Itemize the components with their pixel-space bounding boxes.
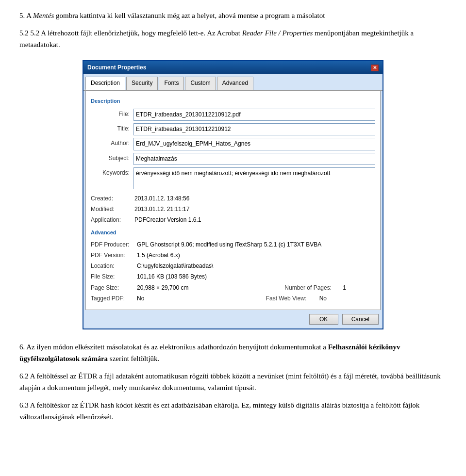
author-label: Author: bbox=[91, 138, 130, 148]
producer-key: PDF Producer: bbox=[91, 240, 137, 249]
created-val: 2013.01.12. 13:48:56 bbox=[134, 194, 189, 203]
description-section-label: Description bbox=[91, 97, 375, 106]
dialog-body: Description File: ETDR_iratbeadas_201301… bbox=[85, 91, 381, 310]
field-row-keywords: Keywords: érvényességi idő nem meghatáro… bbox=[91, 167, 375, 189]
p52-text: 5.2 A létrehozott fájlt ellenőrizhetjük,… bbox=[29, 29, 242, 37]
location-val: C:\ugyfelszolgalat\iratbeadas\ bbox=[137, 262, 213, 271]
paragraph-63: 6.3 A feltöltéskor az ÉTDR hash kódot ké… bbox=[19, 399, 447, 423]
tagged-key: Tagged PDF: bbox=[91, 294, 137, 303]
meta-application: Application: PDFCreator Version 1.6.1 bbox=[91, 215, 375, 225]
fastwebview-val: No bbox=[319, 294, 327, 303]
adv-pagesize: Page Size: 20,988 × 29,700 cm bbox=[91, 283, 188, 293]
field-row-file: File: ETDR_iratbeadas_20130112210912.pdf bbox=[91, 109, 375, 121]
p52-number: 5.2 bbox=[19, 29, 29, 37]
keywords-label: Keywords: bbox=[91, 167, 130, 178]
filesize-key: File Size: bbox=[91, 272, 137, 281]
meta-table: Created: 2013.01.12. 13:48:56 Modified: … bbox=[91, 194, 375, 225]
keywords-value[interactable]: érvényességi idő nem meghatározott; érvé… bbox=[133, 167, 375, 189]
filesize-val: 101,16 KB (103 586 Bytes) bbox=[137, 272, 207, 281]
field-row-title: Title: ETDR_iratbeadas_20130112210912 bbox=[91, 123, 375, 135]
close-button[interactable]: ✕ bbox=[371, 65, 379, 71]
created-key: Created: bbox=[91, 194, 134, 203]
tab-custom[interactable]: Custom bbox=[185, 77, 216, 90]
adv-filesize: File Size: 101,16 KB (103 586 Bytes) bbox=[91, 272, 375, 281]
p63-text: A feltöltéskor az ÉTDR hash kódot készít… bbox=[19, 401, 419, 421]
paragraph-5: 5. A Mentés gombra kattintva ki kell vál… bbox=[19, 10, 447, 21]
adv-producer: PDF Producer: GPL Ghostscript 9.06; modi… bbox=[91, 240, 375, 249]
p5-rest: gombra kattintva ki kell választanunk mé… bbox=[54, 12, 325, 19]
file-label: File: bbox=[91, 109, 130, 119]
meta-created: Created: 2013.01.12. 13:48:56 bbox=[91, 194, 375, 203]
advanced-section-label: Advanced bbox=[91, 229, 375, 237]
version-key: PDF Version: bbox=[91, 251, 137, 260]
paragraph-52: 5.2 5.2 A létrehozott fájlt ellenőrizhet… bbox=[19, 27, 447, 50]
p63-number: 6.3 bbox=[19, 401, 30, 409]
dialog-wrapper: Document Properties ✕ Description Securi… bbox=[19, 60, 447, 329]
version-val: 1.5 (Acrobat 6.x) bbox=[137, 251, 180, 260]
modified-val: 2013.01.12. 21:11:17 bbox=[134, 205, 189, 214]
p6-rest: szerint feltöltjük. bbox=[108, 355, 159, 362]
adv-numpages: Number of Pages: 1 bbox=[284, 283, 346, 293]
dialog-tabs: Description Security Fonts Custom Advanc… bbox=[83, 74, 383, 91]
tab-fonts[interactable]: Fonts bbox=[159, 77, 184, 90]
tab-security[interactable]: Security bbox=[126, 77, 158, 90]
modified-key: Modified: bbox=[91, 205, 134, 214]
dialog-footer: OK Cancel bbox=[83, 312, 383, 328]
adv-version: PDF Version: 1.5 (Acrobat 6.x) bbox=[91, 251, 375, 260]
adv-location: Location: C:\ugyfelszolgalat\iratbeadas\ bbox=[91, 262, 375, 271]
pagesize-val: 20,988 × 29,700 cm bbox=[137, 283, 188, 293]
title-label: Title: bbox=[91, 123, 130, 133]
p62-text: A feltöltéssel az ÉTDR a fájl adataként … bbox=[19, 372, 441, 392]
ok-button[interactable]: OK bbox=[309, 314, 338, 325]
adv-pagesize-row: Page Size: 20,988 × 29,700 cm Number of … bbox=[91, 283, 375, 294]
paragraph-6: 6. Az ilyen módon elkészített másolatoka… bbox=[19, 341, 447, 364]
tab-advanced[interactable]: Advanced bbox=[217, 77, 253, 90]
field-row-subject: Subject: Meghatalmazás bbox=[91, 153, 375, 165]
numpages-key: Number of Pages: bbox=[284, 283, 343, 293]
p62-number: 6.2 bbox=[19, 372, 30, 380]
document-properties-dialog: Document Properties ✕ Description Securi… bbox=[83, 60, 383, 329]
pagesize-key: Page Size: bbox=[91, 283, 137, 293]
subject-value[interactable]: Meghatalmazás bbox=[133, 153, 375, 165]
field-row-author: Author: Erd_MJV_ugyfelszolg_EPMH_Hatos_A… bbox=[91, 138, 375, 150]
meta-modified: Modified: 2013.01.12. 21:11:17 bbox=[91, 205, 375, 214]
p52-italic: Reader File / Properties bbox=[242, 29, 313, 37]
adv-tagged-row: Tagged PDF: No Fast Web View: No bbox=[91, 294, 375, 305]
tagged-val: No bbox=[137, 294, 144, 303]
p6-number: 6. bbox=[19, 343, 25, 351]
dialog-titlebar[interactable]: Document Properties ✕ bbox=[83, 61, 383, 74]
application-val: PDFCreator Version 1.6.1 bbox=[134, 215, 201, 225]
adv-tagged: Tagged PDF: No bbox=[91, 294, 144, 303]
adv-fastwebview: Fast Web View: No bbox=[266, 294, 327, 303]
file-value[interactable]: ETDR_iratbeadas_20130112210912.pdf bbox=[133, 109, 375, 121]
p6-intro: Az ilyen módon elkészített másolatokat é… bbox=[26, 343, 328, 351]
location-key: Location: bbox=[91, 262, 137, 271]
p5-italic: Mentés bbox=[33, 12, 54, 19]
title-value[interactable]: ETDR_iratbeadas_20130112210912 bbox=[133, 123, 375, 135]
dialog-title: Document Properties bbox=[87, 63, 146, 72]
application-key: Application: bbox=[91, 215, 134, 225]
producer-val: GPL Ghostscript 9.06; modified using iTe… bbox=[137, 240, 321, 249]
author-value[interactable]: Erd_MJV_ugyfelszolg_EPMH_Hatos_Agnes bbox=[133, 138, 375, 150]
advanced-section: Advanced PDF Producer: GPL Ghostscript 9… bbox=[91, 229, 375, 305]
numpages-val: 1 bbox=[343, 283, 346, 293]
cancel-button[interactable]: Cancel bbox=[342, 314, 379, 325]
subject-label: Subject: bbox=[91, 153, 130, 163]
tab-description[interactable]: Description bbox=[85, 77, 125, 90]
p5-number: 5. A bbox=[19, 12, 33, 19]
paragraph-62: 6.2 A feltöltéssel az ÉTDR a fájl adatak… bbox=[19, 370, 447, 394]
fastwebview-key: Fast Web View: bbox=[266, 294, 319, 303]
